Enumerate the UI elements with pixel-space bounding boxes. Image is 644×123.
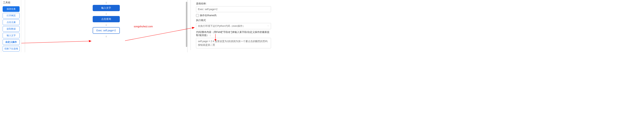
flow-arrow-icon: ↓ [106,11,107,16]
canvas-scrollbar[interactable] [186,2,187,47]
flow-arrow-icon: ↓ [106,0,107,5]
exec-mode-select[interactable]: 在执行环境下运行Python代码（exec操作） ﹀ [196,23,271,29]
flow-node-input-text[interactable]: 输入文字 [93,5,120,11]
iframe-checkbox[interactable] [196,14,199,17]
tool-button-input-text[interactable]: 输入文字 [2,33,20,38]
properties-panel: 选项名称: 操作在iframe内 执行模式 在执行环境下运行Python代码（e… [190,0,273,50]
flow-node-click-query[interactable]: 点击查询 [93,16,120,22]
tool-button-switch-dropdown[interactable]: 切换下拉选项 [2,46,20,52]
toolbox-panel: 工具箱 保存任务 打开网页 点击元素 提取数据 输入文字 自定义操作 切换下拉选… [1,0,21,52]
code-content-textarea[interactable]: self.page = 2 # 这里设置为2的原因为第一个要点击的翻页的页码按钮… [196,38,271,48]
code-content-label: 代码/脚本内容（用Field["字段名"]来输入某字段/自定义操作的最新提取/返… [196,31,271,37]
option-name-label: 选项名称: [196,2,271,5]
watermark-text: songshuhezi.com [134,25,153,28]
tool-button-open-url[interactable]: 打开网页 [2,13,20,18]
exec-mode-value: 在执行环境下运行Python代码（exec操作） [198,25,245,27]
tool-button-extract-data[interactable]: 提取数据 [2,26,20,32]
flow-column: ↓ 输入文字 ↓ 点击查询 ↓ Exec: self.page=2 ↓ [90,0,122,39]
iframe-checkbox-label: 操作在iframe内 [200,14,216,17]
toolbox-title: 工具箱 [1,0,21,5]
flow-canvas[interactable]: ↓ 输入文字 ↓ 点击查询 ↓ Exec: self.page=2 ↓ song… [25,0,188,52]
flow-arrow-icon: ↓ [106,34,107,39]
option-name-input[interactable] [196,6,271,12]
tool-button-custom-action[interactable]: 自定义操作 [2,39,20,45]
tool-button-click-element[interactable]: 点击元素 [2,19,20,25]
flow-arrow-icon: ↓ [106,22,107,27]
exec-mode-label: 执行模式 [196,19,271,22]
chevron-down-icon: ﹀ [267,25,269,27]
tool-button-save[interactable]: 保存任务 [2,6,20,12]
flow-node-exec-selected[interactable]: Exec: self.page=2 [93,27,120,34]
